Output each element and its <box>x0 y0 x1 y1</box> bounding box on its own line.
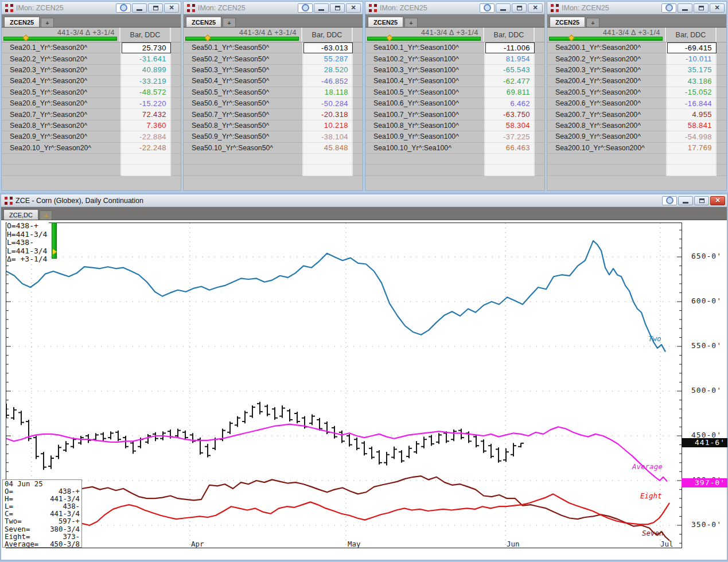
restore-button[interactable] <box>694 196 709 205</box>
minimize-button[interactable] <box>132 3 147 13</box>
color-link-button[interactable] <box>298 3 313 13</box>
restore-button[interactable] <box>512 3 527 13</box>
tooltip-value: 373- <box>63 533 80 541</box>
study-value-cell[interactable]: 40.899 <box>122 65 171 76</box>
study-value-cell[interactable]: -11.006 <box>485 42 535 53</box>
study-value-cell[interactable]: 55.287 <box>303 53 353 64</box>
study-value-cell[interactable]: -10.011 <box>667 53 717 64</box>
study-value-cell[interactable]: 6.462 <box>485 98 535 109</box>
study-value-cell[interactable]: 28.520 <box>303 65 353 76</box>
study-label: Sea200.1_Yr^:Season200^ <box>547 42 667 53</box>
series-label-seven: Seven <box>642 529 664 537</box>
study-value-cell[interactable]: -63.750 <box>485 109 535 120</box>
study-value-cell[interactable]: -15.220 <box>122 98 171 109</box>
restore-button[interactable] <box>148 3 163 13</box>
minimize-button[interactable] <box>496 3 511 13</box>
study-value-cell[interactable]: -22.248 <box>122 143 171 154</box>
table-row: Sea50.9_Yr^:Season50^-38.104 <box>184 131 363 142</box>
study-value-cell[interactable]: -38.104 <box>303 131 353 142</box>
add-tab-button[interactable]: + <box>586 18 599 27</box>
ohlc-info-block: O=438-+H=441-3/4L=438-L=441-3/4Δ= +3-1/4 <box>7 222 49 264</box>
study-value-cell[interactable]: 81.954 <box>485 53 535 64</box>
study-value-cell[interactable]: -54.998 <box>667 131 717 142</box>
price-chart-canvas[interactable] <box>6 223 682 548</box>
close-button[interactable]: ✕ <box>164 3 179 13</box>
table-row: Sea200.7_Yr^:Season200^4.955 <box>547 109 726 120</box>
study-value-cell[interactable]: 35.175 <box>667 65 717 76</box>
imon-titlebar[interactable]: IMon: ZCEN25 ✕ <box>2 2 181 14</box>
study-value-cell[interactable]: 66.463 <box>485 143 535 154</box>
restore-button[interactable] <box>694 3 708 13</box>
imon-titlebar[interactable]: IMon: ZCEN25 ✕ <box>184 2 363 14</box>
study-value-cell[interactable]: 4.955 <box>667 109 717 120</box>
study-value-cell[interactable]: -50.284 <box>303 98 353 109</box>
minimize-button[interactable] <box>678 3 692 13</box>
study-value-cell[interactable]: -63.013 <box>303 42 353 53</box>
study-value-cell[interactable]: -22.884 <box>122 131 171 142</box>
tab-zce-dc[interactable]: ZCE,DC <box>3 209 38 220</box>
chart-titlebar[interactable]: ZCE - Corn (Globex), Daily Continuation … <box>1 194 727 207</box>
table-filler <box>547 176 726 190</box>
add-tab-button[interactable]: + <box>41 18 53 27</box>
study-value-cell[interactable]: -31.641 <box>122 53 171 64</box>
chart-plot-area[interactable]: O=438-+H=441-3/4L=438-L=441-3/4Δ= +3-1/4… <box>1 220 727 560</box>
tab-zcen25[interactable]: ZCEN25 <box>186 17 221 27</box>
imon-window: IMon: ZCEN25 ✕ ZCEN25 + 441-3/4 Δ +3-1/4… <box>547 1 727 191</box>
study-value-cell[interactable]: 72.432 <box>122 109 171 120</box>
study-value-cell[interactable]: -33.219 <box>122 76 171 87</box>
add-tab-button[interactable]: + <box>223 18 235 27</box>
study-value-cell[interactable]: 58.304 <box>485 120 535 131</box>
extra-cell <box>171 65 181 76</box>
study-value-cell[interactable]: -20.318 <box>303 109 353 120</box>
study-label: Sea100.7_Yr^:Season100^ <box>365 109 485 120</box>
study-value-cell[interactable]: -62.477 <box>485 76 535 87</box>
study-value-cell[interactable]: 58.841 <box>667 120 717 131</box>
tab-zcen25[interactable]: ZCEN25 <box>368 17 403 27</box>
study-value-cell[interactable]: 25.730 <box>122 42 171 53</box>
table-row: Sea50.3_Yr^:Season50^28.520 <box>184 65 363 76</box>
study-value-cell[interactable]: 10.218 <box>303 120 353 131</box>
close-button[interactable]: ✕ <box>346 3 361 13</box>
study-value-cell[interactable]: -69.415 <box>667 42 717 53</box>
add-tab-button[interactable]: + <box>404 18 417 27</box>
study-value-cell[interactable]: 45.848 <box>303 143 353 154</box>
tab-zcen25[interactable]: ZCEN25 <box>550 17 585 27</box>
imon-titlebar[interactable]: IMon: ZCEN25 ✕ <box>365 2 544 14</box>
imon-window-title: IMon: ZCEN25 <box>16 4 116 12</box>
minimize-icon <box>318 9 324 11</box>
color-link-button[interactable] <box>480 3 495 13</box>
study-value-cell[interactable]: 7.360 <box>122 120 171 131</box>
ohlc-info-line: H=441-3/4 <box>7 231 47 239</box>
table-row: Sea100.6_Yr^:Season100^6.462 <box>365 98 544 109</box>
table-row: Sea20.9_Yr^:Season20^-22.884 <box>2 131 181 142</box>
minimize-button[interactable] <box>678 196 693 205</box>
close-button[interactable]: ✕ <box>710 196 725 205</box>
study-value-cell[interactable]: 18.118 <box>303 87 353 98</box>
study-value-cell[interactable]: -65.543 <box>485 65 535 76</box>
range-bar <box>3 37 117 41</box>
extra-cell <box>171 87 181 98</box>
table-row: Sea50.8_Yr^:Season50^10.218 <box>184 120 363 131</box>
study-value-cell[interactable]: -37.225 <box>485 131 535 142</box>
imon-window-title: IMon: ZCEN25 <box>562 4 661 12</box>
restore-button[interactable] <box>330 3 345 13</box>
chart-window: ZCE - Corn (Globex), Daily Continuation … <box>0 193 728 561</box>
minimize-button[interactable] <box>314 3 329 13</box>
study-value-cell[interactable]: 69.811 <box>485 87 535 98</box>
imon-titlebar[interactable]: IMon: ZCEN25 ✕ <box>547 2 726 14</box>
close-button[interactable]: ✕ <box>710 3 725 13</box>
tab-zcen25[interactable]: ZCEN25 <box>4 17 40 27</box>
color-link-button[interactable] <box>661 3 676 13</box>
study-value-cell[interactable]: -46.852 <box>303 76 353 87</box>
close-button[interactable]: ✕ <box>528 3 543 13</box>
color-link-button[interactable] <box>662 196 677 205</box>
study-value-cell[interactable]: 17.769 <box>667 143 717 154</box>
study-value-cell[interactable]: -16.844 <box>667 98 717 109</box>
study-value-cell[interactable]: 43.186 <box>667 76 717 87</box>
column-header-bar-ddc: Bar, DDC <box>302 28 353 42</box>
study-value-cell[interactable]: -48.572 <box>122 87 171 98</box>
color-link-button[interactable] <box>116 3 131 13</box>
add-tab-button[interactable]: + <box>40 210 52 220</box>
study-value-cell[interactable]: -15.052 <box>667 87 717 98</box>
tooltip-value: 450-3/8 <box>50 541 80 548</box>
